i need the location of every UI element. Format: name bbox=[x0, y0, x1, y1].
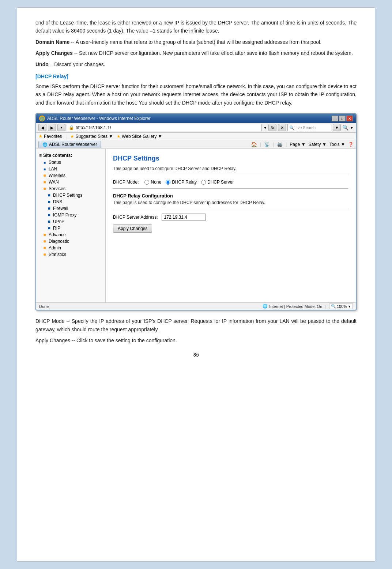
toolbar-sep2: | bbox=[273, 142, 274, 147]
mode-server-radio[interactable] bbox=[201, 180, 206, 185]
admin-icon: ■ bbox=[42, 246, 47, 250]
tab-icon: 🌐 bbox=[42, 142, 48, 147]
mode-relay-label: DHCP Relay bbox=[172, 180, 197, 185]
mode-none-radio[interactable] bbox=[144, 180, 149, 185]
sidebar-status-label: Status bbox=[49, 160, 61, 165]
print-icon[interactable]: 🖨️ bbox=[277, 142, 283, 147]
sidebar-item-diagnostic[interactable]: ■ Diagnostic bbox=[36, 238, 105, 245]
search-icon: 🔍 bbox=[289, 125, 294, 130]
sidebar-item-wireless[interactable]: ■ Wireless bbox=[36, 172, 105, 179]
address-dropdown-icon[interactable]: ▼ bbox=[263, 126, 267, 130]
apply-changes-button[interactable]: Apply Changes bbox=[113, 225, 152, 233]
dhcp-server-row: DHCP Server Address: bbox=[113, 214, 348, 221]
apply-changes-text: -- Set new DHCP server configuration. Ne… bbox=[74, 50, 353, 56]
browser-tab[interactable]: 🌐 ADSL Router Webserver bbox=[38, 141, 101, 148]
sidebar-item-advance[interactable]: ■ Advance bbox=[36, 231, 105, 238]
suggested-sites-label: Suggested Sites ▼ bbox=[75, 134, 113, 139]
favorites-label: Favorites bbox=[44, 134, 62, 139]
mode-relay-option[interactable]: DHCP Relay bbox=[166, 180, 197, 185]
refresh-button[interactable]: ↻ bbox=[268, 124, 276, 131]
status-icon: ■ bbox=[42, 160, 47, 165]
dhcp-settings-subtitle: This page be used to configure DHCP Serv… bbox=[113, 166, 348, 175]
home-icon[interactable]: 🏠 bbox=[251, 142, 257, 147]
forward-button[interactable]: ▶ bbox=[48, 124, 56, 131]
page-menu-button[interactable]: Page ▼ bbox=[290, 142, 305, 147]
sidebar-heading: ≡ Site contents: bbox=[36, 152, 105, 159]
sidebar-diagnostic-label: Diagnostic bbox=[49, 239, 69, 244]
dhcp-relay-text: Some ISPs perform the DHCP server functi… bbox=[35, 82, 357, 107]
dhcp-mode-radio-group: None DHCP Relay DHCP Server bbox=[144, 180, 234, 185]
dhcp-settings-title: DHCP Settings bbox=[113, 155, 348, 162]
favorites-button[interactable]: ★ Favorites bbox=[38, 133, 62, 139]
rss-icon[interactable]: 📡 bbox=[264, 142, 270, 147]
mode-none-option[interactable]: None bbox=[144, 180, 161, 185]
sidebar-wireless-label: Wireless bbox=[49, 173, 65, 178]
ie-window: 🌐 ADSL Router Webserver - Windows Intern… bbox=[35, 113, 357, 310]
apply-changes-bottom-para: Apply Changes -- Click to save the setti… bbox=[35, 336, 357, 344]
ie-icon-lock: 🔒 bbox=[69, 125, 74, 130]
sidebar-item-upnp[interactable]: ■ UPnP bbox=[36, 218, 105, 225]
stop-button[interactable]: ● bbox=[57, 124, 65, 131]
sidebar-item-firewall[interactable]: ■ Firewall bbox=[36, 205, 105, 212]
sidebar-item-igmp-proxy[interactable]: ■ IGMP Proxy bbox=[36, 212, 105, 218]
star-icon: ★ bbox=[38, 133, 43, 139]
search-dropdown[interactable]: ▼ bbox=[333, 124, 341, 131]
favbar-separator: | bbox=[65, 134, 67, 139]
sidebar-item-dns[interactable]: ■ DNS bbox=[36, 199, 105, 205]
diagnostic-icon: ■ bbox=[42, 239, 47, 244]
mode-relay-radio[interactable] bbox=[166, 180, 170, 185]
zone-icon: 🌐 bbox=[263, 304, 268, 309]
sidebar-item-rip[interactable]: ■ RIP bbox=[36, 225, 105, 231]
zoom-dropdown-icon[interactable]: ▼ bbox=[348, 305, 351, 308]
sidebar-item-status[interactable]: ■ Status bbox=[36, 159, 105, 166]
sidebar-item-admin[interactable]: ■ Admin bbox=[36, 245, 105, 251]
dhcp-relay-para: Some ISPs perform the DHCP server functi… bbox=[35, 82, 357, 107]
domain-name-label: Domain Name bbox=[35, 39, 69, 45]
back-button[interactable]: ◀ bbox=[38, 124, 46, 131]
undo-text: – Discard your changes. bbox=[50, 61, 105, 67]
bottom-text-block: DHCP Mode -- Specify the IP address of y… bbox=[35, 317, 357, 344]
server-address-input[interactable] bbox=[162, 214, 206, 221]
stop-nav-button[interactable]: ✕ bbox=[278, 124, 286, 131]
search-field[interactable]: 🔍 Live Search bbox=[287, 124, 331, 131]
help-button[interactable]: ❓ bbox=[348, 142, 354, 147]
dhcp-mode-bottom-label: DHCP Mode bbox=[35, 318, 64, 324]
apply-changes-para: Apply Changes -- Set new DHCP server con… bbox=[35, 49, 357, 57]
close-button[interactable]: ✕ bbox=[346, 116, 353, 121]
ie-titlebar-title: ADSL Router Webserver - Windows Internet… bbox=[47, 116, 151, 121]
sidebar-folder-icon: ≡ bbox=[39, 153, 42, 158]
dhcp-mode-bottom-para: DHCP Mode -- Specify the IP address of y… bbox=[35, 317, 357, 334]
igmp-icon: ■ bbox=[46, 213, 52, 217]
ie-menubar-right: 🏠 | 📡 | 🖨️ | Page ▼ Safety ▼ Tools ▼ ❓ bbox=[251, 142, 354, 147]
address-bar[interactable]: 🔒 http://192.168.1.1/ bbox=[67, 124, 262, 131]
ie-sidebar: ≡ Site contents: ■ Status ■ LAN ■ Wirele… bbox=[36, 149, 106, 302]
address-text: http://192.168.1.1/ bbox=[76, 125, 111, 130]
ie-content: ≡ Site contents: ■ Status ■ LAN ■ Wirele… bbox=[36, 149, 356, 302]
sidebar-item-lan[interactable]: ■ LAN bbox=[36, 166, 105, 172]
tools-menu-button[interactable]: Tools ▼ bbox=[329, 142, 345, 147]
minimize-button[interactable]: — bbox=[332, 116, 338, 121]
suggested-sites-icon: ★ bbox=[70, 134, 74, 139]
mode-server-option[interactable]: DHCP Server bbox=[201, 180, 234, 185]
suggested-sites-button[interactable]: ★ Suggested Sites ▼ bbox=[70, 134, 113, 139]
statistics-icon: ■ bbox=[42, 252, 47, 257]
sidebar-item-statistics[interactable]: ■ Statistics bbox=[36, 251, 105, 258]
dhcp-settings-icon: ■ bbox=[46, 193, 52, 197]
zone-text: Internet | Protected Mode: On bbox=[269, 304, 322, 309]
sidebar-lan-label: LAN bbox=[49, 166, 57, 172]
sidebar-item-services[interactable]: ■ Services bbox=[36, 185, 105, 192]
safety-menu-button[interactable]: Safety ▼ bbox=[309, 142, 327, 147]
page-container: end of the Lease Time, the lease is eith… bbox=[17, 7, 375, 562]
sidebar-services-label: Services bbox=[49, 186, 65, 191]
sidebar-admin-label: Admin bbox=[49, 245, 61, 250]
sidebar-item-wan[interactable]: ■ WAN bbox=[36, 179, 105, 185]
server-address-label: DHCP Server Address: bbox=[113, 215, 158, 220]
sidebar-item-dhcp-settings[interactable]: ■ DHCP Settings bbox=[36, 192, 105, 199]
web-slice-gallery-button[interactable]: ★ Web Slice Gallery ▼ bbox=[117, 134, 162, 139]
ie-addressbar: ◀ ▶ ● 🔒 http://192.168.1.1/ ▼ ↻ ✕ 🔍 Live… bbox=[36, 123, 356, 133]
ie-titlebar-buttons: — □ ✕ bbox=[332, 116, 353, 121]
zoom-control[interactable]: 🔍 100% ▼ bbox=[329, 304, 353, 309]
maximize-button[interactable]: □ bbox=[339, 116, 346, 121]
ie-favbar: ★ Favorites | ★ Suggested Sites ▼ ★ Web … bbox=[36, 133, 356, 140]
search-menu-icon[interactable]: ▼ bbox=[350, 126, 354, 130]
